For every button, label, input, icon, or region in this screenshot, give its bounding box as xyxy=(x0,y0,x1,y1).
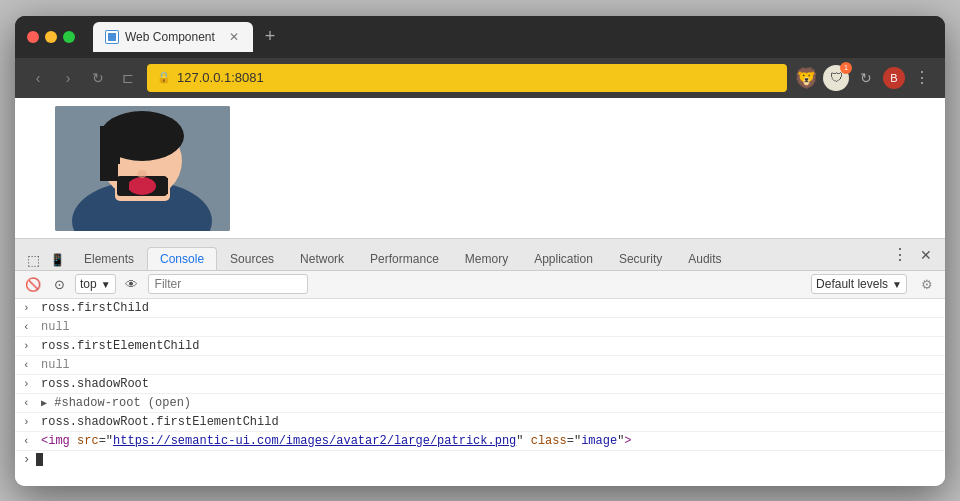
devtools-toolbar: 🚫 ⊙ top ▼ 👁 Default levels ▼ ⚙ xyxy=(15,271,945,299)
lock-icon: 🔒 xyxy=(157,71,171,84)
svg-rect-8 xyxy=(117,178,129,194)
context-chevron-icon: ▼ xyxy=(101,279,111,290)
arrow-out-5: › xyxy=(23,377,35,390)
arrow-in-8: ‹ xyxy=(23,434,35,447)
svg-point-10 xyxy=(137,170,147,178)
close-button[interactable] xyxy=(27,31,39,43)
devtools-tabs-left: ⬚ 📱 Elements Console Sources Network Per… xyxy=(23,247,735,270)
arrow-in-4: ‹ xyxy=(23,358,35,371)
console-line-4: ‹ null xyxy=(15,356,945,375)
arrow-in-6: ‹ xyxy=(23,396,35,409)
tab-close-button[interactable]: ✕ xyxy=(227,30,241,44)
profile-icon[interactable]: B xyxy=(883,67,905,89)
nav-bar: ‹ › ↻ ⊏ 🔒 127.0.0.1:8081 🦁 🛡 1 ↻ B ⋮ xyxy=(15,58,945,98)
tab-performance[interactable]: Performance xyxy=(357,247,452,270)
tab-memory[interactable]: Memory xyxy=(452,247,521,270)
devtools-panel: ⬚ 📱 Elements Console Sources Network Per… xyxy=(15,238,945,486)
console-text-7: ross.shadowRoot.firstElementChild xyxy=(41,415,937,429)
devtools-more-button[interactable]: ⋮ xyxy=(889,244,911,266)
tab-audits[interactable]: Audits xyxy=(675,247,734,270)
console-line-5: › ross.shadowRoot xyxy=(15,375,945,394)
eye-icon[interactable]: 👁 xyxy=(122,274,142,294)
arrow-out-1: › xyxy=(23,301,35,314)
page-content: ⬚ 📱 Elements Console Sources Network Per… xyxy=(15,98,945,486)
address-bar[interactable]: 🔒 127.0.0.1:8081 xyxy=(147,64,787,92)
notification-badge: 1 xyxy=(840,62,852,74)
traffic-lights xyxy=(27,31,75,43)
tab-application[interactable]: Application xyxy=(521,247,606,270)
menu-icon[interactable]: ⋮ xyxy=(911,67,933,89)
devtools-tabs-right: ⋮ ✕ xyxy=(889,244,937,270)
tab-console[interactable]: Console xyxy=(147,247,217,270)
context-value: top xyxy=(80,277,97,291)
active-tab[interactable]: Web Component ✕ xyxy=(93,22,253,52)
tab-security[interactable]: Security xyxy=(606,247,675,270)
console-line-8: ‹ <img src="https://semantic-ui.com/imag… xyxy=(15,432,945,451)
tab-network[interactable]: Network xyxy=(287,247,357,270)
arrow-out-7: › xyxy=(23,415,35,428)
console-line-1: › ross.firstChild xyxy=(15,299,945,318)
tab-sources[interactable]: Sources xyxy=(217,247,287,270)
console-text-6: ▶ #shadow-root (open) xyxy=(41,396,937,410)
devtools-tabs: ⬚ 📱 Elements Console Sources Network Per… xyxy=(15,239,945,271)
reload-button[interactable]: ↻ xyxy=(87,67,109,89)
console-cursor xyxy=(36,453,43,466)
devtools-mobile-button[interactable]: 📱 xyxy=(47,250,67,270)
console-text-1: ross.firstChild xyxy=(41,301,937,315)
browser-window: Web Component ✕ + ‹ › ↻ ⊏ 🔒 127.0.0.1:80… xyxy=(15,16,945,486)
filter-input[interactable] xyxy=(148,274,308,294)
maximize-button[interactable] xyxy=(63,31,75,43)
levels-chevron-icon: ▼ xyxy=(892,279,902,290)
devtools-inspect-button[interactable]: ⬚ xyxy=(23,250,43,270)
arrow-out-3: › xyxy=(23,339,35,352)
console-line-6: ‹ ▶ #shadow-root (open) xyxy=(15,394,945,413)
console-line-3: › ross.firstElementChild xyxy=(15,337,945,356)
levels-select[interactable]: Default levels ▼ xyxy=(811,274,907,294)
title-bar: Web Component ✕ + xyxy=(15,16,945,58)
console-line-7: › ross.shadowRoot.firstElementChild xyxy=(15,413,945,432)
svg-rect-9 xyxy=(156,178,168,194)
console-line-2: ‹ null xyxy=(15,318,945,337)
svg-rect-11 xyxy=(100,126,118,181)
arrow-in-2: ‹ xyxy=(23,320,35,333)
context-select[interactable]: top ▼ xyxy=(75,274,116,294)
tab-favicon-icon xyxy=(105,30,119,44)
avatar-image xyxy=(55,106,230,231)
svg-point-7 xyxy=(128,177,156,195)
tab-bar: Web Component ✕ + xyxy=(93,22,933,52)
console-text-2: null xyxy=(41,320,937,334)
console-input-line[interactable]: › xyxy=(15,451,945,469)
forward-button[interactable]: › xyxy=(57,67,79,89)
bookmark-button[interactable]: ⊏ xyxy=(117,67,139,89)
shield-icon[interactable]: 🛡 1 xyxy=(823,65,849,91)
new-tab-button[interactable]: + xyxy=(257,24,283,50)
nav-right-icons: 🦁 🛡 1 ↻ B ⋮ xyxy=(795,65,933,91)
console-text-5: ross.shadowRoot xyxy=(41,377,937,391)
web-content xyxy=(15,98,945,238)
sync-icon[interactable]: ↻ xyxy=(855,67,877,89)
address-text: 127.0.0.1:8081 xyxy=(177,70,264,85)
tab-elements[interactable]: Elements xyxy=(71,247,147,270)
devtools-close-button[interactable]: ✕ xyxy=(915,244,937,266)
console-text-3: ross.firstElementChild xyxy=(41,339,937,353)
console-output: › ross.firstChild ‹ null › ross.firstEle… xyxy=(15,299,945,486)
console-settings-button[interactable]: ⊙ xyxy=(49,274,69,294)
back-button[interactable]: ‹ xyxy=(27,67,49,89)
input-prompt-icon: › xyxy=(23,453,30,467)
gear-button[interactable]: ⚙ xyxy=(917,274,937,294)
brave-icon[interactable]: 🦁 xyxy=(795,67,817,89)
clear-console-button[interactable]: 🚫 xyxy=(23,274,43,294)
levels-value: Default levels xyxy=(816,277,888,291)
tab-title: Web Component xyxy=(125,30,221,44)
minimize-button[interactable] xyxy=(45,31,57,43)
console-text-4: null xyxy=(41,358,937,372)
console-text-8: <img src="https://semantic-ui.com/images… xyxy=(41,434,937,448)
